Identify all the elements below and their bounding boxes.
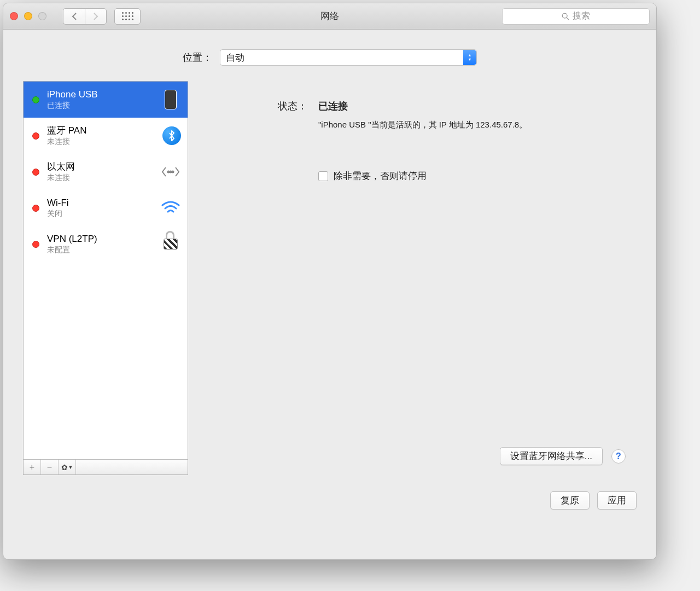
footer-buttons: 复原 应用 — [3, 475, 656, 509]
traffic-lights — [10, 12, 46, 20]
iphone-icon — [160, 89, 181, 110]
titlebar: 网络 搜索 — [3, 3, 656, 30]
forward-button[interactable] — [85, 8, 107, 25]
sidebar-item-text: 蓝牙 PAN 未连接 — [47, 125, 162, 146]
location-label: 位置： — [183, 51, 212, 64]
status-dot-connected-icon — [32, 96, 39, 103]
svg-point-4 — [172, 171, 174, 173]
lock-icon — [160, 234, 181, 254]
sidebar-item-text: Wi-Fi 关闭 — [47, 198, 160, 218]
main-content: iPhone USB 已连接 蓝牙 PAN 未连接 — [3, 81, 656, 475]
show-all-button[interactable] — [114, 8, 141, 25]
sidebar-item-status: 未连接 — [47, 137, 162, 146]
sidebar-toolbar: + − ✿▼ — [23, 460, 188, 475]
sidebar-item-label: 以太网 — [47, 161, 160, 172]
ethernet-icon — [160, 161, 181, 182]
wifi-icon — [160, 198, 181, 218]
sidebar-item-text: VPN (L2TP) 未配置 — [47, 234, 160, 254]
status-row: 状态： 已连接 — [209, 100, 626, 113]
remove-interface-button[interactable]: − — [41, 460, 59, 474]
sidebar-item-text: iPhone USB 已连接 — [47, 89, 160, 109]
search-icon — [562, 13, 569, 20]
chevron-updown-icon — [463, 50, 476, 65]
window-title: 网络 — [320, 10, 339, 22]
status-dot-disconnected-icon — [32, 241, 39, 248]
sidebar-item-status: 已连接 — [47, 101, 160, 110]
location-value: 自动 — [226, 51, 244, 64]
zoom-icon[interactable] — [38, 12, 46, 20]
detail-pane: 状态： 已连接 "iPhone USB "当前是活跃的，其 IP 地址为 123… — [198, 81, 637, 475]
sidebar-item-vpn[interactable]: VPN (L2TP) 未配置 — [24, 226, 188, 262]
sidebar-item-status: 未连接 — [47, 173, 160, 182]
sidebar-item-label: 蓝牙 PAN — [47, 125, 162, 136]
status-label: 状态： — [275, 100, 307, 113]
sidebar-item-wifi[interactable]: Wi-Fi 关闭 — [24, 190, 188, 226]
sidebar-item-bluetooth-pan[interactable]: 蓝牙 PAN 未连接 — [24, 118, 188, 154]
apply-button[interactable]: 应用 — [597, 491, 637, 509]
setup-bluetooth-sharing-button[interactable]: 设置蓝牙网络共享... — [500, 447, 603, 465]
back-button[interactable] — [63, 8, 85, 25]
help-button[interactable]: ? — [611, 449, 626, 463]
status-dot-disconnected-icon — [32, 169, 39, 176]
svg-point-2 — [168, 171, 170, 173]
sidebar-item-label: Wi-Fi — [47, 198, 160, 208]
advanced-row: 设置蓝牙网络共享... ? — [500, 447, 626, 465]
status-dot-disconnected-icon — [32, 132, 39, 140]
status-dot-disconnected-icon — [32, 205, 39, 212]
gear-icon: ✿ — [61, 463, 68, 472]
network-preferences-window: 网络 搜索 位置： 自动 iPhone USB 已连接 — [3, 3, 657, 560]
search-input[interactable]: 搜索 — [502, 8, 650, 25]
disable-unless-needed-checkbox[interactable] — [318, 171, 328, 181]
status-value: 已连接 — [318, 100, 348, 113]
nav-buttons — [63, 8, 107, 25]
revert-button[interactable]: 复原 — [550, 491, 590, 509]
interfaces-sidebar: iPhone USB 已连接 蓝牙 PAN 未连接 — [23, 81, 188, 460]
action-menu-button[interactable]: ✿▼ — [59, 460, 76, 474]
bluetooth-icon — [162, 126, 181, 145]
status-description: "iPhone USB "当前是活跃的，其 IP 地址为 123.45.67.8… — [209, 118, 537, 131]
add-interface-button[interactable]: + — [24, 460, 41, 474]
sidebar-item-text: 以太网 未连接 — [47, 161, 160, 182]
sidebar-item-status: 未配置 — [47, 245, 160, 254]
sidebar-item-iphone-usb[interactable]: iPhone USB 已连接 — [24, 82, 188, 118]
search-placeholder: 搜索 — [573, 10, 590, 22]
sidebar-item-label: iPhone USB — [47, 89, 160, 100]
sidebar-wrap: iPhone USB 已连接 蓝牙 PAN 未连接 — [23, 81, 188, 475]
disable-checkbox-label: 除非需要，否则请停用 — [334, 170, 427, 182]
location-select[interactable]: 自动 — [220, 49, 477, 66]
minimize-icon[interactable] — [24, 12, 32, 20]
sidebar-item-ethernet[interactable]: 以太网 未连接 — [24, 154, 188, 190]
sidebar-item-status: 关闭 — [47, 209, 160, 218]
disable-checkbox-row: 除非需要，否则请停用 — [209, 170, 626, 182]
svg-point-0 — [562, 13, 567, 18]
svg-line-1 — [567, 18, 569, 20]
svg-point-3 — [170, 171, 172, 173]
sidebar-item-label: VPN (L2TP) — [47, 234, 160, 245]
close-icon[interactable] — [10, 12, 18, 20]
chevron-down-icon: ▼ — [68, 465, 73, 470]
location-row: 位置： 自动 — [3, 30, 656, 81]
